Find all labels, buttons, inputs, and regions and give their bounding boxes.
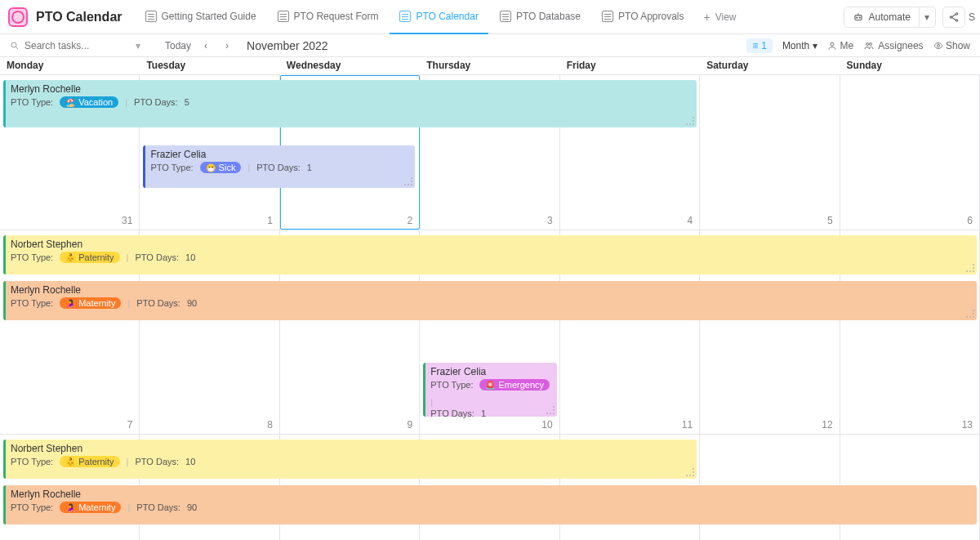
day-cell[interactable]: 6 bbox=[840, 75, 980, 230]
day-cell[interactable]: 5 bbox=[700, 75, 840, 230]
event-maternity[interactable]: Merlyn Rochelle PTO Type: 🤰Maternity | P… bbox=[3, 281, 977, 320]
svg-point-4 bbox=[956, 12, 957, 14]
event-paternity[interactable]: Norbert Stephen PTO Type: 👶Paternity | P… bbox=[3, 440, 697, 479]
event-days-label: PTO Days: bbox=[135, 457, 179, 466]
share-icon bbox=[948, 11, 960, 23]
tab-label: Getting Started Guide bbox=[162, 11, 256, 22]
database-icon bbox=[500, 11, 511, 22]
prev-month-button[interactable]: ‹ bbox=[199, 38, 212, 53]
share-label-cropped: S bbox=[969, 11, 975, 23]
tab-label: PTO Request Form bbox=[294, 11, 379, 22]
event-paternity[interactable]: Norbert Stephen PTO Type: 👶Paternity | P… bbox=[3, 235, 977, 274]
weekday-header: Monday Tuesday Wednesday Thursday Friday… bbox=[0, 57, 980, 75]
tab-pto-database[interactable]: PTO Database bbox=[490, 0, 590, 34]
day-number: 7 bbox=[127, 419, 133, 431]
event-name: Merlyn Rochelle bbox=[11, 489, 972, 500]
search-input[interactable] bbox=[24, 40, 122, 51]
automate-button[interactable]: Automate bbox=[844, 7, 920, 28]
resize-handle-icon[interactable] bbox=[686, 117, 694, 125]
svg-line-7 bbox=[952, 14, 956, 16]
day-number: 3 bbox=[547, 215, 553, 226]
event-days-label: PTO Days: bbox=[135, 252, 179, 262]
event-type-label: PTO Type: bbox=[150, 163, 193, 172]
event-type-label: PTO Type: bbox=[430, 380, 473, 390]
automate-dropdown[interactable]: ▾ bbox=[920, 7, 936, 28]
tab-pto-calendar[interactable]: PTO Calendar bbox=[390, 0, 488, 34]
calendar-icon bbox=[399, 11, 411, 22]
view-mode-dropdown[interactable]: Month ▾ bbox=[782, 40, 817, 51]
weekday-label: Wednesday bbox=[280, 57, 420, 74]
add-view-button[interactable]: +View bbox=[696, 11, 745, 24]
separator: | bbox=[247, 163, 250, 172]
separator: | bbox=[127, 298, 130, 308]
event-emergency[interactable]: Frazier Celia PTO Type: 🚨Emergency | PTO… bbox=[423, 363, 556, 417]
event-type-label: PTO Type: bbox=[11, 502, 53, 512]
page-title: PTO Calendar bbox=[36, 10, 122, 25]
svg-point-5 bbox=[950, 16, 951, 17]
resize-handle-icon[interactable] bbox=[686, 468, 694, 476]
day-number: 4 bbox=[687, 215, 693, 226]
pto-type-chip: 🤰Maternity bbox=[60, 297, 121, 309]
next-month-button[interactable]: › bbox=[220, 38, 234, 53]
plus-icon: + bbox=[704, 11, 710, 24]
separator: | bbox=[127, 457, 129, 466]
tab-label: PTO Database bbox=[516, 11, 581, 22]
search-box[interactable] bbox=[7, 40, 122, 51]
tab-pto-request-form[interactable]: PTO Request Form bbox=[268, 0, 389, 34]
resize-handle-icon[interactable] bbox=[966, 310, 974, 318]
event-name: Merlyn Rochelle bbox=[11, 83, 692, 95]
people-icon bbox=[863, 41, 875, 51]
event-name: Norbert Stephen bbox=[11, 239, 972, 250]
person-icon bbox=[827, 41, 837, 51]
tab-pto-approvals[interactable]: PTO Approvals bbox=[592, 0, 693, 34]
current-month-label: November 2022 bbox=[247, 39, 328, 52]
event-days-label: PTO Days: bbox=[256, 163, 301, 172]
event-days-label: PTO Days: bbox=[134, 97, 178, 107]
share-button[interactable] bbox=[942, 7, 965, 28]
separator: | bbox=[127, 502, 130, 512]
filter-button[interactable]: 1 bbox=[746, 38, 773, 53]
form-icon bbox=[278, 11, 289, 22]
day-number: 1 bbox=[267, 215, 273, 226]
event-maternity[interactable]: Merlyn Rochelle PTO Type: 🤰Maternity | P… bbox=[3, 485, 977, 524]
day-number: 10 bbox=[541, 419, 552, 431]
svg-point-12 bbox=[866, 42, 869, 45]
app-icon bbox=[8, 7, 28, 27]
separator: | bbox=[430, 397, 433, 407]
event-name: Norbert Stephen bbox=[11, 443, 692, 454]
approvals-icon bbox=[602, 11, 613, 22]
day-number: 5 bbox=[827, 215, 833, 226]
assignees-filter[interactable]: Assignees bbox=[863, 40, 923, 51]
event-name: Frazier Celia bbox=[430, 366, 551, 377]
svg-point-13 bbox=[870, 42, 872, 45]
me-filter[interactable]: Me bbox=[827, 40, 854, 51]
event-name: Frazier Celia bbox=[150, 149, 410, 160]
day-number: 13 bbox=[962, 419, 973, 431]
event-vacation[interactable]: Merlyn Rochelle PTO Type: 🏖️Vacation | P… bbox=[3, 80, 697, 127]
search-dropdown-icon[interactable]: ▾ bbox=[136, 40, 140, 51]
day-number: 6 bbox=[967, 215, 973, 226]
event-days-label: PTO Days: bbox=[136, 502, 180, 512]
svg-point-9 bbox=[11, 42, 16, 47]
resize-handle-icon[interactable] bbox=[546, 406, 555, 414]
event-type-label: PTO Type: bbox=[11, 97, 53, 107]
day-number: 31 bbox=[122, 215, 132, 226]
resize-handle-icon[interactable] bbox=[966, 264, 974, 272]
separator: | bbox=[125, 97, 127, 107]
separator: | bbox=[127, 252, 129, 262]
day-number: 12 bbox=[822, 419, 832, 431]
pto-type-chip: 👶Paternity bbox=[60, 456, 119, 467]
svg-point-6 bbox=[956, 19, 957, 20]
weekday-label: Friday bbox=[560, 57, 700, 74]
pto-type-chip: 😷Sick bbox=[200, 162, 242, 173]
day-number: 9 bbox=[408, 419, 413, 431]
tab-getting-started[interactable]: Getting Started Guide bbox=[136, 0, 266, 34]
weekday-label: Tuesday bbox=[140, 57, 279, 74]
event-sick[interactable]: Frazier Celia PTO Type: 😷Sick | PTO Days… bbox=[143, 145, 415, 188]
event-days-value: 5 bbox=[185, 97, 189, 107]
today-button[interactable]: Today bbox=[165, 40, 191, 51]
event-days-label: PTO Days: bbox=[430, 408, 474, 418]
event-type-label: PTO Type: bbox=[11, 298, 53, 308]
resize-handle-icon[interactable] bbox=[404, 177, 412, 185]
show-toggle[interactable]: Show bbox=[933, 40, 970, 51]
